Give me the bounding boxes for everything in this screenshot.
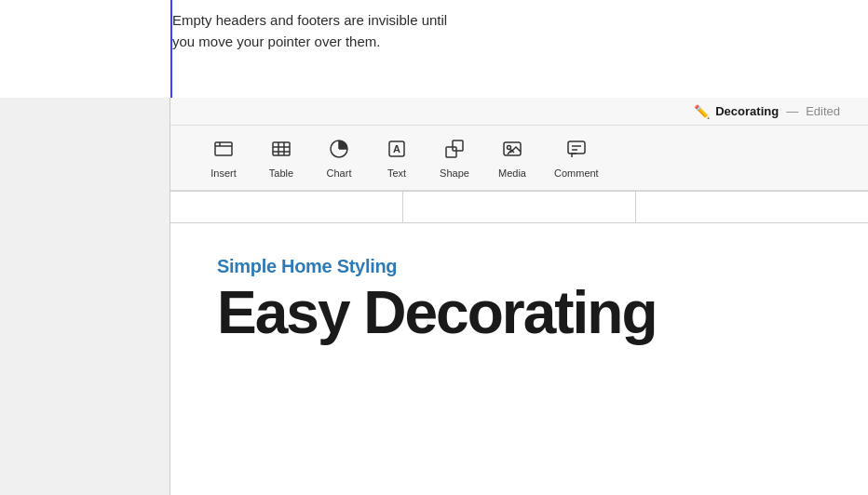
svg-point-16 <box>508 145 511 149</box>
table-label: Table <box>269 167 293 179</box>
subtitle-text: Simple Home Styling <box>217 256 821 277</box>
page: ✏️ Decorating — Edited Insert <box>170 98 868 495</box>
doc-area: ✏️ Decorating — Edited Insert <box>0 98 868 495</box>
toolbar: Insert Table <box>170 126 868 191</box>
shape-icon <box>443 138 466 164</box>
shape-button[interactable]: Shape <box>429 132 480 184</box>
doc-dash: — <box>786 104 798 118</box>
footer-col-right <box>636 192 868 222</box>
text-icon: A <box>386 138 408 164</box>
footer-columns <box>170 191 868 223</box>
chart-icon <box>328 138 350 164</box>
doc-title-area: ✏️ Decorating — Edited <box>694 104 840 119</box>
tooltip-area: Empty headers and footers are invisible … <box>0 0 868 98</box>
text-button[interactable]: A Text <box>372 132 422 184</box>
insert-button[interactable]: Insert <box>198 132 249 184</box>
chart-button[interactable]: Chart <box>314 132 364 184</box>
doc-header-bar: ✏️ Decorating — Edited <box>170 98 868 126</box>
tooltip-text: Empty headers and footers are invisible … <box>172 9 470 53</box>
media-button[interactable]: Media <box>487 132 537 184</box>
svg-rect-14 <box>446 147 456 157</box>
svg-rect-17 <box>568 141 585 154</box>
comment-button[interactable]: Comment <box>545 132 608 184</box>
doc-title: Decorating <box>715 104 779 118</box>
svg-rect-3 <box>273 142 290 155</box>
chart-label: Chart <box>327 167 352 179</box>
text-label: Text <box>387 167 406 179</box>
svg-rect-0 <box>215 142 232 155</box>
shape-label: Shape <box>440 167 469 179</box>
doc-edited-label: Edited <box>806 104 840 118</box>
comment-label: Comment <box>554 167 599 179</box>
footer-col-center <box>403 192 636 222</box>
footer-col-left <box>170 192 403 222</box>
media-label: Media <box>498 167 526 179</box>
svg-rect-13 <box>453 140 463 151</box>
comment-icon <box>565 138 588 164</box>
insert-icon <box>212 138 235 164</box>
main-title: Easy Decorating <box>217 283 821 342</box>
insert-label: Insert <box>210 167 237 179</box>
doc-icon: ✏️ <box>694 104 710 119</box>
body-content: Simple Home Styling Easy Decorating <box>170 228 868 495</box>
table-button[interactable]: Table <box>256 132 306 184</box>
svg-text:A: A <box>393 143 400 154</box>
media-icon <box>501 138 523 164</box>
table-icon <box>270 138 292 164</box>
